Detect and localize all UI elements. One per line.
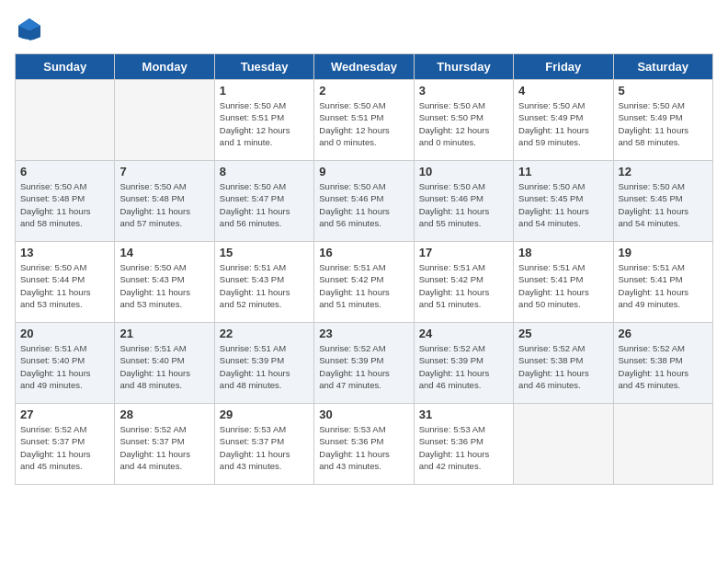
day-number: 10 — [419, 165, 508, 178]
calendar-cell: 15Sunrise: 5:51 AMSunset: 5:43 PMDayligh… — [214, 242, 313, 323]
day-number: 18 — [518, 246, 608, 259]
day-info: Sunrise: 5:50 AMSunset: 5:46 PMDaylight:… — [319, 180, 408, 229]
calendar-cell: 21Sunrise: 5:51 AMSunset: 5:40 PMDayligh… — [115, 323, 214, 404]
day-number: 13 — [20, 246, 109, 259]
day-info: Sunrise: 5:50 AMSunset: 5:47 PMDaylight:… — [220, 180, 309, 229]
calendar-cell: 9Sunrise: 5:50 AMSunset: 5:46 PMDaylight… — [314, 161, 414, 242]
page-header — [15, 15, 713, 44]
calendar-cell: 28Sunrise: 5:52 AMSunset: 5:37 PMDayligh… — [115, 404, 214, 485]
calendar-week-row: 20Sunrise: 5:51 AMSunset: 5:40 PMDayligh… — [16, 323, 713, 404]
calendar-header-row: SundayMondayTuesdayWednesdayThursdayFrid… — [16, 54, 713, 80]
day-info: Sunrise: 5:51 AMSunset: 5:40 PMDaylight:… — [20, 342, 109, 391]
calendar-cell: 30Sunrise: 5:53 AMSunset: 5:36 PMDayligh… — [314, 404, 414, 485]
day-info: Sunrise: 5:51 AMSunset: 5:40 PMDaylight:… — [119, 342, 209, 391]
day-number: 27 — [20, 408, 109, 421]
day-number: 5 — [619, 84, 708, 98]
day-info: Sunrise: 5:50 AMSunset: 5:43 PMDaylight:… — [119, 261, 209, 310]
calendar-cell: 27Sunrise: 5:52 AMSunset: 5:37 PMDayligh… — [16, 404, 115, 485]
day-number: 4 — [518, 84, 608, 98]
day-number: 28 — [119, 408, 209, 421]
day-number: 23 — [319, 327, 408, 340]
day-number: 14 — [119, 246, 209, 259]
calendar-cell: 8Sunrise: 5:50 AMSunset: 5:47 PMDaylight… — [214, 161, 313, 242]
calendar-cell: 16Sunrise: 5:51 AMSunset: 5:42 PMDayligh… — [314, 242, 414, 323]
day-info: Sunrise: 5:50 AMSunset: 5:45 PMDaylight:… — [619, 180, 708, 229]
day-info: Sunrise: 5:52 AMSunset: 5:37 PMDaylight:… — [20, 423, 109, 472]
day-number: 25 — [518, 327, 608, 340]
calendar-cell: 2Sunrise: 5:50 AMSunset: 5:51 PMDaylight… — [314, 80, 414, 161]
day-info: Sunrise: 5:52 AMSunset: 5:39 PMDaylight:… — [319, 342, 408, 391]
day-info: Sunrise: 5:52 AMSunset: 5:38 PMDaylight:… — [619, 342, 708, 391]
day-header-wednesday: Wednesday — [314, 54, 414, 80]
day-number: 16 — [319, 246, 408, 259]
day-number: 31 — [419, 408, 508, 421]
calendar-cell: 25Sunrise: 5:52 AMSunset: 5:38 PMDayligh… — [514, 323, 613, 404]
day-info: Sunrise: 5:51 AMSunset: 5:42 PMDaylight:… — [419, 261, 508, 310]
calendar-cell: 31Sunrise: 5:53 AMSunset: 5:36 PMDayligh… — [414, 404, 513, 485]
calendar-week-row: 6Sunrise: 5:50 AMSunset: 5:48 PMDaylight… — [16, 161, 713, 242]
day-info: Sunrise: 5:52 AMSunset: 5:39 PMDaylight:… — [419, 342, 508, 391]
day-info: Sunrise: 5:53 AMSunset: 5:36 PMDaylight:… — [319, 423, 408, 472]
day-number: 15 — [220, 246, 309, 259]
calendar-cell: 29Sunrise: 5:53 AMSunset: 5:37 PMDayligh… — [214, 404, 313, 485]
day-info: Sunrise: 5:50 AMSunset: 5:46 PMDaylight:… — [419, 180, 508, 229]
day-number: 26 — [619, 327, 708, 340]
calendar-cell: 7Sunrise: 5:50 AMSunset: 5:48 PMDaylight… — [115, 161, 214, 242]
day-number: 17 — [419, 246, 508, 259]
calendar-cell: 10Sunrise: 5:50 AMSunset: 5:46 PMDayligh… — [414, 161, 513, 242]
calendar-cell: 12Sunrise: 5:50 AMSunset: 5:45 PMDayligh… — [613, 161, 712, 242]
day-info: Sunrise: 5:50 AMSunset: 5:51 PMDaylight:… — [220, 99, 309, 148]
calendar-week-row: 13Sunrise: 5:50 AMSunset: 5:44 PMDayligh… — [16, 242, 713, 323]
logo — [15, 15, 48, 44]
day-info: Sunrise: 5:50 AMSunset: 5:48 PMDaylight:… — [119, 180, 209, 229]
calendar-cell: 1Sunrise: 5:50 AMSunset: 5:51 PMDaylight… — [214, 80, 313, 161]
day-info: Sunrise: 5:50 AMSunset: 5:49 PMDaylight:… — [619, 99, 708, 148]
calendar-cell — [613, 404, 712, 485]
day-info: Sunrise: 5:50 AMSunset: 5:45 PMDaylight:… — [518, 180, 608, 229]
day-number: 7 — [119, 165, 209, 178]
calendar: SundayMondayTuesdayWednesdayThursdayFrid… — [15, 53, 713, 485]
day-info: Sunrise: 5:50 AMSunset: 5:48 PMDaylight:… — [20, 180, 109, 229]
calendar-cell: 14Sunrise: 5:50 AMSunset: 5:43 PMDayligh… — [115, 242, 214, 323]
day-info: Sunrise: 5:50 AMSunset: 5:50 PMDaylight:… — [419, 99, 508, 148]
day-number: 19 — [619, 246, 708, 259]
day-info: Sunrise: 5:53 AMSunset: 5:37 PMDaylight:… — [220, 423, 309, 472]
day-number: 9 — [319, 165, 408, 178]
calendar-cell: 22Sunrise: 5:51 AMSunset: 5:39 PMDayligh… — [214, 323, 313, 404]
calendar-cell — [514, 404, 613, 485]
calendar-cell — [115, 80, 214, 161]
day-number: 22 — [220, 327, 309, 340]
day-info: Sunrise: 5:50 AMSunset: 5:51 PMDaylight:… — [319, 99, 408, 148]
calendar-cell: 6Sunrise: 5:50 AMSunset: 5:48 PMDaylight… — [16, 161, 115, 242]
day-header-saturday: Saturday — [613, 54, 712, 80]
day-header-friday: Friday — [514, 54, 613, 80]
day-header-monday: Monday — [115, 54, 214, 80]
calendar-cell: 4Sunrise: 5:50 AMSunset: 5:49 PMDaylight… — [514, 80, 613, 161]
day-number: 6 — [20, 165, 109, 178]
calendar-week-row: 1Sunrise: 5:50 AMSunset: 5:51 PMDaylight… — [16, 80, 713, 161]
day-number: 30 — [319, 408, 408, 421]
logo-icon — [15, 15, 44, 44]
day-info: Sunrise: 5:51 AMSunset: 5:41 PMDaylight:… — [619, 261, 708, 310]
calendar-cell: 17Sunrise: 5:51 AMSunset: 5:42 PMDayligh… — [414, 242, 513, 323]
day-info: Sunrise: 5:52 AMSunset: 5:37 PMDaylight:… — [119, 423, 209, 472]
calendar-cell — [16, 80, 115, 161]
day-number: 3 — [419, 84, 508, 98]
day-number: 29 — [220, 408, 309, 421]
day-info: Sunrise: 5:53 AMSunset: 5:36 PMDaylight:… — [419, 423, 508, 472]
day-number: 24 — [419, 327, 508, 340]
calendar-cell: 26Sunrise: 5:52 AMSunset: 5:38 PMDayligh… — [613, 323, 712, 404]
day-number: 2 — [319, 84, 408, 98]
day-info: Sunrise: 5:52 AMSunset: 5:38 PMDaylight:… — [518, 342, 608, 391]
day-number: 12 — [619, 165, 708, 178]
day-number: 20 — [20, 327, 109, 340]
calendar-cell: 13Sunrise: 5:50 AMSunset: 5:44 PMDayligh… — [16, 242, 115, 323]
calendar-cell: 23Sunrise: 5:52 AMSunset: 5:39 PMDayligh… — [314, 323, 414, 404]
calendar-cell: 5Sunrise: 5:50 AMSunset: 5:49 PMDaylight… — [613, 80, 712, 161]
day-header-thursday: Thursday — [414, 54, 513, 80]
day-info: Sunrise: 5:50 AMSunset: 5:44 PMDaylight:… — [20, 261, 109, 310]
calendar-cell: 18Sunrise: 5:51 AMSunset: 5:41 PMDayligh… — [514, 242, 613, 323]
day-info: Sunrise: 5:51 AMSunset: 5:39 PMDaylight:… — [220, 342, 309, 391]
day-header-tuesday: Tuesday — [214, 54, 313, 80]
day-info: Sunrise: 5:51 AMSunset: 5:42 PMDaylight:… — [319, 261, 408, 310]
